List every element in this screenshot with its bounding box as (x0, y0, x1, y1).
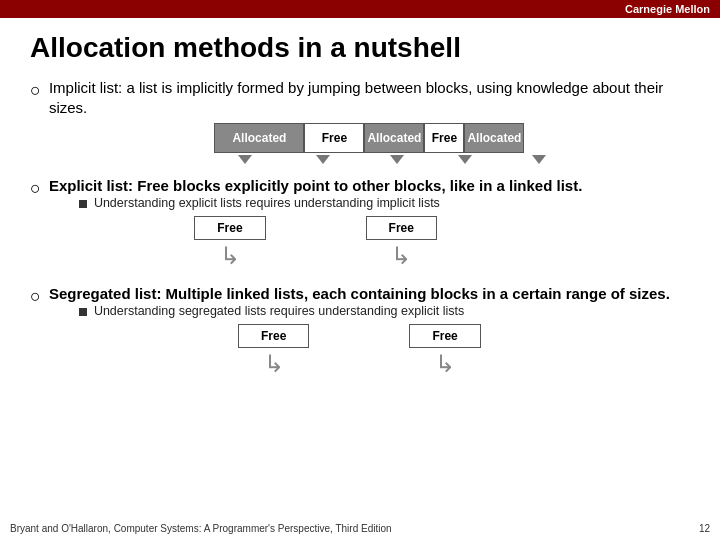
brand-label: Carnegie Mellon (625, 3, 710, 15)
free-block-box-1: Free (194, 216, 265, 240)
free-block-item-1: Free ↳ (194, 216, 265, 270)
bullet-circle-1: ○ (30, 80, 41, 101)
curved-arrow-1: ↳ (220, 242, 240, 270)
tri-arrow-1 (238, 155, 252, 164)
free-block-item-2: Free ↳ (366, 216, 437, 270)
bullet-circle-2: ○ (30, 178, 41, 199)
sub-bullet-square-2 (79, 200, 87, 208)
sub-bullet-segregated: Understanding segregated lists requires … (79, 304, 670, 318)
sub-bullet-square-3 (79, 308, 87, 316)
tri-arrow-4 (458, 155, 472, 164)
footer-left: Bryant and O'Hallaron, Computer Systems:… (10, 523, 392, 534)
sub-bullet-text-3: Understanding segregated lists requires … (94, 304, 464, 318)
free-block-item-3: Free ↳ (238, 324, 309, 378)
curved-arrow-3: ↳ (264, 350, 284, 378)
footer-right: 12 (699, 523, 710, 534)
curved-arrow-4: ↳ (435, 350, 455, 378)
bullet-explicit: ○ Explicit list: Free blocks explicitly … (30, 176, 690, 276)
free-blocks-row-2: Free ↳ Free ↳ (49, 216, 582, 270)
tri-arrow-3 (390, 155, 404, 164)
bullet-text-1: Implicit list: a list is implicitly form… (49, 79, 663, 116)
header-bar: Carnegie Mellon (0, 0, 720, 18)
mem-block-free-1: Free (304, 123, 364, 153)
tri-arrow-5 (532, 155, 546, 164)
bullet-text-2: Explicit list: Free blocks explicitly po… (49, 176, 582, 196)
footer: Bryant and O'Hallaron, Computer Systems:… (10, 523, 710, 534)
free-blocks-row-3: Free ↳ Free ↳ (49, 324, 670, 378)
free-block-box-3: Free (238, 324, 309, 348)
mem-block-allocated-2: Allocated (364, 123, 424, 153)
curved-arrow-2: ↳ (391, 242, 411, 270)
mem-block-free-2: Free (424, 123, 464, 153)
bullet-circle-3: ○ (30, 286, 41, 307)
tri-arrow-2 (316, 155, 330, 164)
bullet-implicit: ○ Implicit list: a list is implicitly fo… (30, 78, 690, 168)
sub-bullet-text-2: Understanding explicit lists requires un… (94, 196, 440, 210)
implicit-list-diagram: Allocated Free Allocated Free Allocated (49, 123, 690, 153)
mem-block-allocated-3: Allocated (464, 123, 524, 153)
arrow-row-1 (49, 155, 690, 164)
mem-block-allocated-1: Allocated (214, 123, 304, 153)
free-block-box-4: Free (409, 324, 480, 348)
slide-title: Allocation methods in a nutshell (30, 32, 690, 64)
sub-bullet-explicit: Understanding explicit lists requires un… (79, 196, 582, 210)
free-block-box-2: Free (366, 216, 437, 240)
free-block-item-4: Free ↳ (409, 324, 480, 378)
bullet-segregated: ○ Segregated list: Multiple linked lists… (30, 284, 690, 384)
bullet-text-3: Segregated list: Multiple linked lists, … (49, 284, 670, 304)
